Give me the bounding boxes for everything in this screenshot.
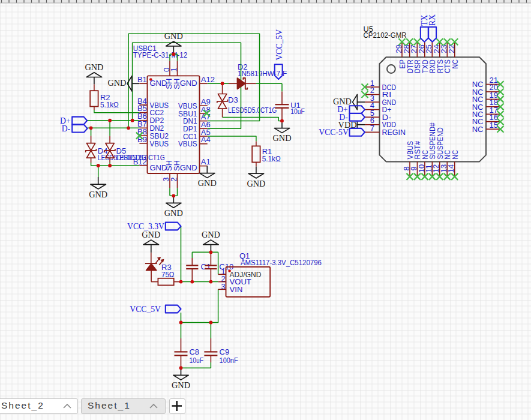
svg-text:NC: NC xyxy=(451,59,460,68)
svg-text:1: 1 xyxy=(169,67,178,71)
svg-text:A12: A12 xyxy=(201,75,215,84)
svg-text:GND: GND xyxy=(89,190,107,199)
svg-text:GND: GND xyxy=(164,31,183,41)
svg-text:TYPE-C-31-M-12: TYPE-C-31-M-12 xyxy=(133,50,188,59)
svg-text:VCC-5V: VCC-5V xyxy=(319,128,349,137)
svg-text:10uF: 10uF xyxy=(290,107,305,116)
svg-text:CP2102-GMR: CP2102-GMR xyxy=(364,31,407,40)
svg-text:A4: A4 xyxy=(201,135,211,144)
svg-text:SH: SH xyxy=(172,160,181,171)
svg-text:LESD5D5.0CT1G: LESD5D5.0CT1G xyxy=(228,106,277,115)
svg-text:GND: GND xyxy=(164,208,183,218)
svg-text:GND: GND xyxy=(107,78,126,88)
svg-text:NC: NC xyxy=(472,125,484,134)
svg-text:REGIN: REGIN xyxy=(382,128,406,137)
svg-text:GND: GND xyxy=(172,380,190,390)
svg-text:AMS1117-3.3V_C5120796: AMS1117-3.3V_C5120796 xyxy=(241,258,322,267)
svg-text:GND: GND xyxy=(180,79,197,88)
svg-text:1N5819HW-7-F: 1N5819HW-7-F xyxy=(238,69,287,78)
svg-text:D-: D- xyxy=(62,124,71,133)
svg-text:14: 14 xyxy=(446,164,455,173)
svg-text:7: 7 xyxy=(370,124,374,133)
svg-text:SH: SH xyxy=(172,79,181,89)
svg-text:75Ω: 75Ω xyxy=(161,270,175,279)
svg-text:C8: C8 xyxy=(189,347,199,356)
svg-text:VBUS: VBUS xyxy=(150,139,169,148)
svg-text:GND: GND xyxy=(142,230,160,239)
svg-text:GND: GND xyxy=(202,230,220,239)
svg-text:VCC_5V: VCC_5V xyxy=(275,29,284,61)
svg-text:A1: A1 xyxy=(201,157,211,166)
svg-text:10uF: 10uF xyxy=(189,356,203,365)
svg-text:VCC_5V: VCC_5V xyxy=(130,305,161,314)
svg-text:C1: C1 xyxy=(201,262,211,271)
svg-text:100nF: 100nF xyxy=(220,356,238,365)
svg-text:NC: NC xyxy=(451,150,460,159)
svg-text:B1: B1 xyxy=(137,75,147,84)
svg-text:GND: GND xyxy=(273,133,292,143)
svg-text:GND: GND xyxy=(85,62,103,72)
svg-text:D3: D3 xyxy=(228,95,238,104)
svg-text:C9: C9 xyxy=(220,347,230,356)
svg-text:2: 2 xyxy=(169,178,178,182)
svg-text:B12: B12 xyxy=(133,157,147,166)
svg-text:GND: GND xyxy=(180,163,197,172)
svg-text:5.1kΩ: 5.1kΩ xyxy=(262,154,281,163)
svg-text:VIN: VIN xyxy=(230,285,243,294)
svg-text:22: 22 xyxy=(447,44,456,53)
svg-text:VBUS: VBUS xyxy=(178,139,197,148)
svg-text:15: 15 xyxy=(490,121,498,130)
svg-text:5.1kΩ: 5.1kΩ xyxy=(100,100,119,109)
svg-text:RX: RX xyxy=(428,14,437,26)
svg-text:GND: GND xyxy=(198,178,217,188)
svg-text:GND: GND xyxy=(247,179,265,188)
